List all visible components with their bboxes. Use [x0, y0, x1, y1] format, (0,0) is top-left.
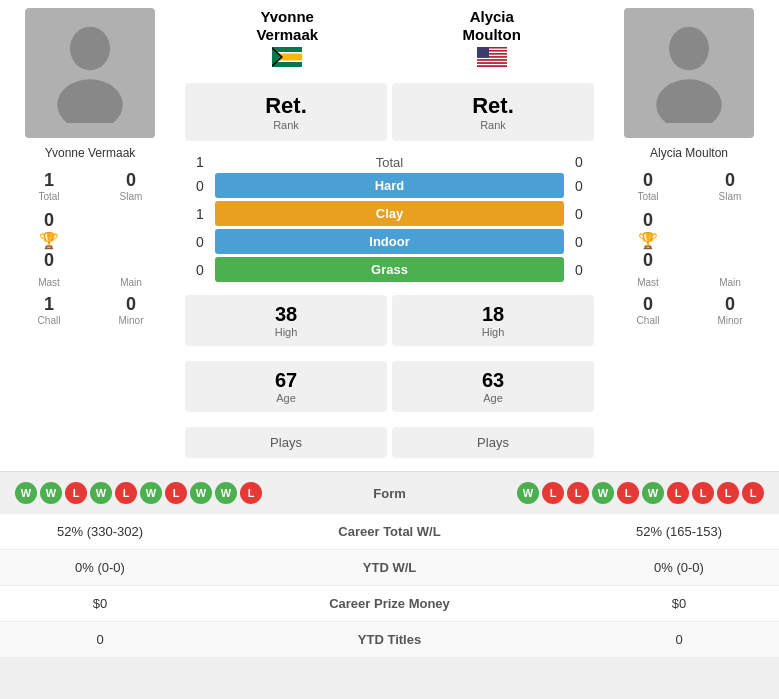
right-hard-score: 0	[564, 178, 594, 194]
right-ytd-titles: 0	[599, 632, 759, 647]
right-stats-grid: 0 Total 0 Slam 0 🏆 0 Mast Main	[609, 168, 769, 328]
total-score-row: 1 Total 0	[185, 154, 594, 170]
right-age-value: 63	[400, 369, 586, 392]
left-slam-value: 0	[126, 170, 136, 191]
right-form-badges: WLLWLWLLLL	[517, 482, 764, 504]
svg-point-29	[656, 79, 721, 123]
prize-label: Career Prize Money	[180, 596, 599, 611]
left-total-block: 1 Total	[10, 168, 88, 204]
right-mast-value: 0	[643, 210, 653, 231]
left-career-wl: 52% (330-302)	[20, 524, 180, 539]
indoor-badge: Indoor	[215, 229, 564, 254]
right-trophy-icon: 🏆	[638, 231, 658, 250]
ytd-titles-row: 0 YTD Titles 0	[0, 622, 779, 658]
form-badge-l: L	[115, 482, 137, 504]
form-badge-l: L	[717, 482, 739, 504]
names-row: Yvonne Vermaak	[185, 8, 594, 70]
surface-scores: 1 Total 0 0 Hard 0 1 Clay 0 0	[185, 151, 594, 285]
right-chall-label: Chall	[637, 315, 660, 326]
left-age-value: 67	[193, 369, 379, 392]
left-minor-block: 0 Minor	[92, 292, 170, 328]
right-chall-value: 0	[643, 294, 653, 315]
svg-rect-21	[477, 58, 507, 60]
form-badge-w: W	[592, 482, 614, 504]
player-left: Yvonne Vermaak 1 Total 0 Slam 0 🏆 0 Mast	[0, 8, 180, 471]
right-clay-score: 0	[564, 206, 594, 222]
left-mast-value: 0	[44, 210, 54, 231]
left-chall-value: 1	[44, 294, 54, 315]
right-avatar	[624, 8, 754, 138]
form-badge-l: L	[65, 482, 87, 504]
form-badge-l: L	[240, 482, 262, 504]
form-badge-l: L	[742, 482, 764, 504]
right-high-section: 18 High	[392, 295, 594, 346]
svg-rect-23	[477, 61, 507, 63]
right-total-value: 0	[643, 170, 653, 191]
left-prize: $0	[20, 596, 180, 611]
form-badge-l: L	[567, 482, 589, 504]
right-indoor-score: 0	[564, 234, 594, 250]
right-minor-label: Minor	[717, 315, 742, 326]
right-minor-value: 0	[725, 294, 735, 315]
right-slam-label: Slam	[719, 191, 742, 202]
left-clay-score: 1	[185, 206, 215, 222]
right-rank-section: Ret. Rank	[392, 83, 594, 141]
svg-point-0	[70, 27, 110, 71]
svg-rect-27	[477, 47, 489, 58]
form-badge-w: W	[517, 482, 539, 504]
right-high-value: 18	[400, 303, 586, 326]
left-age-section: 67 Age	[185, 361, 387, 412]
svg-point-1	[57, 79, 122, 123]
right-plays-label: Plays	[400, 435, 586, 450]
player-right: Alycia Moulton 0 Total 0 Slam 0 🏆 0 Mast	[599, 8, 779, 471]
left-avatar	[25, 8, 155, 138]
form-badge-w: W	[140, 482, 162, 504]
right-name-top: Alycia Moulton	[390, 8, 595, 70]
left-high-value: 38	[193, 303, 379, 326]
form-badge-w: W	[40, 482, 62, 504]
form-badge-l: L	[542, 482, 564, 504]
form-badge-w: W	[215, 482, 237, 504]
right-career-wl: 52% (165-153)	[599, 524, 759, 539]
right-high-label: High	[400, 326, 586, 338]
left-ytd-wl: 0% (0-0)	[20, 560, 180, 575]
form-badge-l: L	[617, 482, 639, 504]
stats-rows: 52% (330-302) Career Total W/L 52% (165-…	[0, 514, 779, 658]
form-badge-l: L	[165, 482, 187, 504]
right-plays-section: Plays	[392, 427, 594, 458]
left-indoor-score: 0	[185, 234, 215, 250]
indoor-score-row: 0 Indoor 0	[185, 229, 594, 254]
right-age-section: 63 Age	[392, 361, 594, 412]
left-grass-score: 0	[185, 262, 215, 278]
high-row: 38 High 18 High	[185, 290, 594, 351]
svg-rect-22	[477, 59, 507, 61]
form-badge-w: W	[90, 482, 112, 504]
left-rank-label: Rank	[195, 119, 377, 131]
right-ytd-wl: 0% (0-0)	[599, 560, 759, 575]
left-main-label: Main	[120, 277, 142, 288]
left-slam-label: Slam	[120, 191, 143, 202]
left-form-badges: WWLWLWLWWL	[15, 482, 262, 504]
age-row: 67 Age 63 Age	[185, 356, 594, 417]
right-total-score: 0	[564, 154, 594, 170]
career-wl-row: 52% (330-302) Career Total W/L 52% (165-…	[0, 514, 779, 550]
left-high-label: High	[193, 326, 379, 338]
right-chall-block: 0 Chall	[609, 292, 687, 328]
ytd-wl-row: 0% (0-0) YTD W/L 0% (0-0)	[0, 550, 779, 586]
left-stats-grid: 1 Total 0 Slam 0 🏆 0 Mast Main	[10, 168, 170, 328]
clay-badge: Clay	[215, 201, 564, 226]
main-container: Yvonne Vermaak 1 Total 0 Slam 0 🏆 0 Mast	[0, 0, 779, 658]
hard-badge: Hard	[215, 173, 564, 198]
left-plays-label: Plays	[193, 435, 379, 450]
middle-section: Yvonne Vermaak	[180, 8, 599, 471]
left-trophy-icon: 🏆	[39, 231, 59, 250]
left-hard-score: 0	[185, 178, 215, 194]
right-rank-label: Rank	[402, 119, 584, 131]
form-label: Form	[330, 486, 450, 501]
left-total-value: 1	[44, 170, 54, 191]
hard-score-row: 0 Hard 0	[185, 173, 594, 198]
total-label: Total	[215, 155, 564, 170]
left-minor-label: Minor	[118, 315, 143, 326]
plays-row: Plays Plays	[185, 422, 594, 463]
left-minor-value: 0	[126, 294, 136, 315]
